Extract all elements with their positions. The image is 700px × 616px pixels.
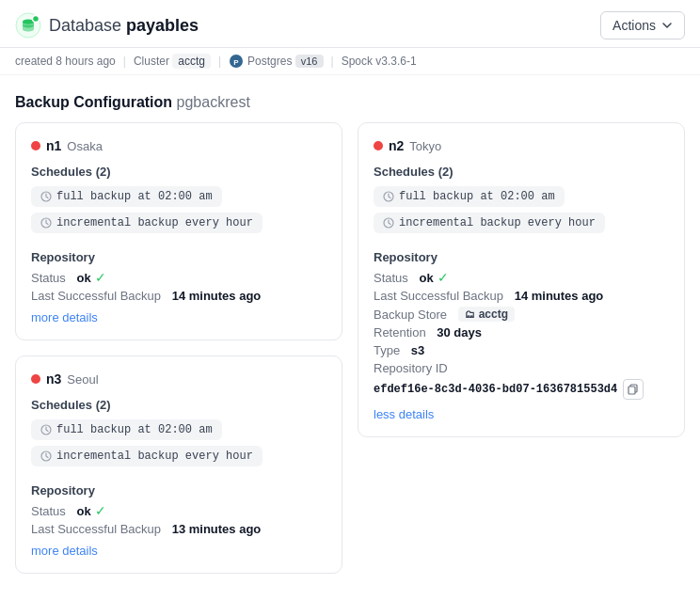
folder-icon: 🗂 — [465, 308, 475, 320]
node-n2-status-row: Status ok ✓ — [374, 270, 669, 285]
node-n2-schedule-1: incremental backup every hour — [374, 213, 669, 239]
node-n2-retention-row: Retention 30 days — [374, 325, 669, 340]
actions-label: Actions — [612, 18, 656, 33]
node-n1-repo: Repository Status ok ✓ Last Successful B… — [31, 250, 326, 324]
backup-section-title: Backup Configuration pgbackrest — [0, 75, 700, 122]
svg-text:P: P — [233, 58, 239, 67]
clock-icon — [383, 217, 394, 229]
node-n3-schedules-label: Schedules (2) — [31, 398, 326, 412]
node-n2-more-link[interactable]: less details — [374, 407, 434, 421]
svg-rect-12 — [628, 387, 635, 394]
copy-icon — [628, 384, 639, 395]
node-n1-id: n1 — [46, 138, 61, 153]
page-header: Database payables Actions — [0, 0, 700, 48]
db-version: v16 — [295, 55, 324, 68]
header-title-group: Database payables — [15, 12, 199, 39]
node-n2-repo: Repository Status ok ✓ Last Successful B… — [374, 250, 669, 421]
sep1: | — [123, 55, 126, 68]
node-n1-city: Osaka — [67, 139, 103, 153]
clock-icon — [40, 191, 52, 202]
node-n3-backup-row: Last Successful Backup 13 minutes ago — [31, 522, 326, 536]
node-n2-repoid-value-row: efdef16e-8c3d-4036-bd07-1636781553d4 — [374, 379, 644, 400]
node-n1-more-link[interactable]: more details — [31, 310, 98, 324]
clock-icon — [40, 450, 52, 462]
node-n3-status-dot — [31, 374, 40, 384]
svg-point-2 — [33, 16, 40, 23]
node-n3-schedule-1: incremental backup every hour — [31, 446, 326, 472]
node-n3-id: n3 — [46, 371, 61, 387]
node-n1-status-row: Status ok ✓ — [31, 270, 326, 285]
node-n1-schedule-0: full backup at 02:00 am — [31, 186, 326, 213]
node-n2-repoid-row: Repository ID efdef16e-8c3d-4036-bd07-16… — [374, 361, 669, 400]
node-n2-type-row: Type s3 — [374, 343, 669, 357]
node-card-n2: n2 Tokyo Schedules (2) full backup at 02… — [358, 122, 685, 437]
node-n2-schedule-0: full backup at 02:00 am — [374, 186, 669, 213]
node-n3-header: n3 Seoul — [31, 371, 326, 387]
clock-icon — [40, 217, 52, 229]
cluster-name: acctg — [172, 54, 211, 69]
node-n2-status-dot — [374, 141, 383, 150]
cluster-label: Cluster — [134, 55, 169, 68]
node-n3-city: Seoul — [67, 372, 98, 387]
postgres-icon: P — [229, 54, 244, 69]
node-card-n3: n3 Seoul Schedules (2) full backup at 02… — [15, 355, 342, 574]
repo-id-value: efdef16e-8c3d-4036-bd07-1636781553d4 — [374, 383, 617, 396]
created-text: created 8 hours ago — [15, 55, 116, 68]
node-n1-backup-row: Last Successful Backup 14 minutes ago — [31, 289, 326, 303]
chevron-down-icon — [661, 20, 673, 31]
node-n3-more-link[interactable]: more details — [31, 544, 98, 558]
node-n3-repo: Repository Status ok ✓ Last Successful B… — [31, 483, 326, 558]
meta-bar: created 8 hours ago | Cluster acctg | P … — [0, 48, 700, 75]
node-n2-backup-row: Last Successful Backup 14 minutes ago — [374, 289, 669, 303]
plugin-name: Spock — [342, 55, 373, 68]
plugin-version: v3.3.6-1 — [375, 55, 416, 68]
node-n2-city: Tokyo — [409, 139, 441, 153]
node-n1-status-dot — [31, 141, 40, 150]
check-icon: ✓ — [95, 503, 106, 518]
left-column: n1 Osaka Schedules (2) full backup at 02… — [15, 122, 342, 574]
sep3: | — [331, 55, 334, 68]
check-icon: ✓ — [438, 270, 449, 285]
node-n1-schedule-1: incremental backup every hour — [31, 213, 326, 239]
node-grid: n1 Osaka Schedules (2) full backup at 02… — [0, 122, 700, 589]
node-n2-schedules-label: Schedules (2) — [374, 165, 669, 179]
node-n2-header: n2 Tokyo — [374, 138, 669, 153]
actions-button[interactable]: Actions — [600, 11, 685, 39]
node-n2-id: n2 — [389, 138, 404, 153]
db-type: Postgres — [247, 55, 292, 68]
copy-repo-id-button[interactable] — [623, 379, 644, 400]
right-column: n2 Tokyo Schedules (2) full backup at 02… — [358, 122, 685, 574]
backup-store-tag: 🗂 acctg — [458, 307, 515, 322]
node-n3-schedule-0: full backup at 02:00 am — [31, 419, 326, 446]
clock-icon — [40, 424, 52, 435]
node-n1-header: n1 Osaka — [31, 138, 326, 153]
sep2: | — [218, 55, 221, 68]
node-n1-schedules-label: Schedules (2) — [31, 165, 326, 179]
database-icon — [15, 12, 41, 39]
clock-icon — [383, 191, 394, 202]
page-title: Database payables — [49, 16, 199, 36]
node-card-n1: n1 Osaka Schedules (2) full backup at 02… — [15, 122, 342, 340]
check-icon: ✓ — [95, 270, 106, 285]
node-n2-backup-store-row: Backup Store 🗂 acctg — [374, 307, 669, 322]
node-n3-status-row: Status ok ✓ — [31, 503, 326, 518]
